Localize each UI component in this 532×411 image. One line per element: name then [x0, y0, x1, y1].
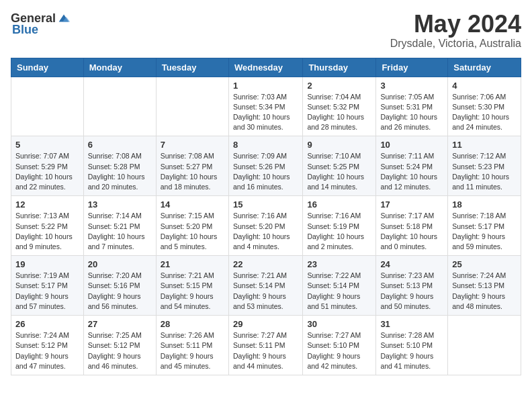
calendar-cell: 24Sunrise: 7:23 AM Sunset: 5:13 PM Dayli… — [376, 256, 448, 316]
calendar-cell: 20Sunrise: 7:20 AM Sunset: 5:16 PM Dayli… — [83, 256, 156, 316]
title-block: May 2024 Drysdale, Victoria, Australia — [390, 11, 521, 50]
calendar-cell: 16Sunrise: 7:16 AM Sunset: 5:19 PM Dayli… — [303, 196, 376, 256]
day-header-tuesday: Tuesday — [156, 58, 228, 77]
day-header-saturday: Saturday — [448, 58, 521, 77]
day-number: 2 — [307, 81, 371, 91]
day-number: 16 — [307, 199, 371, 210]
cell-info: Sunrise: 7:16 AM Sunset: 5:19 PM Dayligh… — [307, 211, 371, 252]
calendar-cell: 29Sunrise: 7:27 AM Sunset: 5:11 PM Dayli… — [228, 316, 302, 375]
calendar-cell: 7Sunrise: 7:08 AM Sunset: 5:27 PM Daylig… — [156, 136, 228, 196]
calendar-cell: 4Sunrise: 7:06 AM Sunset: 5:30 PM Daylig… — [448, 77, 521, 136]
day-number: 13 — [88, 199, 152, 210]
calendar-cell — [11, 77, 84, 136]
cell-info: Sunrise: 7:20 AM Sunset: 5:16 PM Dayligh… — [88, 271, 152, 312]
calendar-cell: 9Sunrise: 7:10 AM Sunset: 5:25 PM Daylig… — [303, 136, 376, 196]
cell-info: Sunrise: 7:26 AM Sunset: 5:11 PM Dayligh… — [161, 330, 224, 371]
day-number: 18 — [452, 199, 517, 210]
calendar-cell: 23Sunrise: 7:22 AM Sunset: 5:14 PM Dayli… — [303, 256, 376, 316]
cell-info: Sunrise: 7:08 AM Sunset: 5:28 PM Dayligh… — [88, 151, 152, 192]
day-number: 11 — [452, 140, 517, 150]
day-number: 14 — [161, 199, 224, 210]
day-number: 17 — [380, 199, 443, 210]
calendar-cell: 10Sunrise: 7:11 AM Sunset: 5:24 PM Dayli… — [376, 136, 448, 196]
cell-info: Sunrise: 7:12 AM Sunset: 5:23 PM Dayligh… — [452, 151, 517, 192]
day-header-wednesday: Wednesday — [228, 58, 302, 77]
calendar-cell — [83, 77, 156, 136]
cell-info: Sunrise: 7:21 AM Sunset: 5:14 PM Dayligh… — [233, 271, 298, 312]
calendar-cell: 14Sunrise: 7:15 AM Sunset: 5:20 PM Dayli… — [156, 196, 228, 256]
days-header-row: SundayMondayTuesdayWednesdayThursdayFrid… — [11, 58, 521, 77]
day-number: 31 — [380, 319, 443, 329]
calendar-cell: 13Sunrise: 7:14 AM Sunset: 5:21 PM Dayli… — [83, 196, 156, 256]
day-number: 3 — [380, 81, 443, 91]
cell-info: Sunrise: 7:10 AM Sunset: 5:25 PM Dayligh… — [307, 151, 371, 192]
page-header: General Blue May 2024 Drysdale, Victoria… — [11, 11, 521, 50]
calendar-cell: 21Sunrise: 7:21 AM Sunset: 5:15 PM Dayli… — [156, 256, 228, 316]
logo: General Blue — [11, 11, 71, 37]
month-title: May 2024 — [390, 11, 521, 38]
calendar-cell: 12Sunrise: 7:13 AM Sunset: 5:22 PM Dayli… — [11, 196, 84, 256]
calendar-week-4: 19Sunrise: 7:19 AM Sunset: 5:17 PM Dayli… — [11, 256, 521, 316]
cell-info: Sunrise: 7:09 AM Sunset: 5:26 PM Dayligh… — [233, 151, 298, 192]
day-number: 20 — [88, 259, 152, 269]
day-number: 5 — [15, 140, 79, 150]
calendar-cell: 11Sunrise: 7:12 AM Sunset: 5:23 PM Dayli… — [448, 136, 521, 196]
day-header-friday: Friday — [376, 58, 448, 77]
day-number: 19 — [15, 259, 79, 269]
calendar-table: SundayMondayTuesdayWednesdayThursdayFrid… — [11, 58, 521, 375]
calendar-cell: 27Sunrise: 7:25 AM Sunset: 5:12 PM Dayli… — [83, 316, 156, 375]
day-number: 1 — [233, 81, 298, 91]
cell-info: Sunrise: 7:21 AM Sunset: 5:15 PM Dayligh… — [161, 271, 224, 312]
day-number: 12 — [15, 199, 79, 210]
cell-info: Sunrise: 7:17 AM Sunset: 5:18 PM Dayligh… — [380, 211, 443, 252]
calendar-cell: 28Sunrise: 7:26 AM Sunset: 5:11 PM Dayli… — [156, 316, 228, 375]
day-number: 22 — [233, 259, 298, 269]
cell-info: Sunrise: 7:27 AM Sunset: 5:10 PM Dayligh… — [307, 330, 371, 371]
day-number: 25 — [452, 259, 517, 269]
calendar-cell: 8Sunrise: 7:09 AM Sunset: 5:26 PM Daylig… — [228, 136, 302, 196]
cell-info: Sunrise: 7:18 AM Sunset: 5:17 PM Dayligh… — [452, 211, 517, 252]
day-number: 27 — [88, 319, 152, 329]
calendar-week-2: 5Sunrise: 7:07 AM Sunset: 5:29 PM Daylig… — [11, 136, 521, 196]
cell-info: Sunrise: 7:04 AM Sunset: 5:32 PM Dayligh… — [307, 92, 371, 133]
day-number: 9 — [307, 140, 371, 150]
cell-info: Sunrise: 7:24 AM Sunset: 5:12 PM Dayligh… — [15, 330, 79, 371]
cell-info: Sunrise: 7:15 AM Sunset: 5:20 PM Dayligh… — [161, 211, 224, 252]
day-number: 7 — [161, 140, 224, 150]
day-number: 23 — [307, 259, 371, 269]
cell-info: Sunrise: 7:03 AM Sunset: 5:34 PM Dayligh… — [233, 92, 298, 133]
day-number: 21 — [161, 259, 224, 269]
cell-info: Sunrise: 7:27 AM Sunset: 5:11 PM Dayligh… — [233, 330, 298, 371]
calendar-cell: 25Sunrise: 7:24 AM Sunset: 5:13 PM Dayli… — [448, 256, 521, 316]
day-header-sunday: Sunday — [11, 58, 84, 77]
cell-info: Sunrise: 7:05 AM Sunset: 5:31 PM Dayligh… — [380, 92, 443, 133]
cell-info: Sunrise: 7:23 AM Sunset: 5:13 PM Dayligh… — [380, 271, 443, 312]
cell-info: Sunrise: 7:16 AM Sunset: 5:20 PM Dayligh… — [233, 211, 298, 252]
day-number: 10 — [380, 140, 443, 150]
day-header-monday: Monday — [83, 58, 156, 77]
calendar-cell: 5Sunrise: 7:07 AM Sunset: 5:29 PM Daylig… — [11, 136, 84, 196]
cell-info: Sunrise: 7:13 AM Sunset: 5:22 PM Dayligh… — [15, 211, 79, 252]
calendar-cell — [156, 77, 228, 136]
calendar-week-1: 1Sunrise: 7:03 AM Sunset: 5:34 PM Daylig… — [11, 77, 521, 136]
calendar-cell: 3Sunrise: 7:05 AM Sunset: 5:31 PM Daylig… — [376, 77, 448, 136]
cell-info: Sunrise: 7:19 AM Sunset: 5:17 PM Dayligh… — [15, 271, 79, 312]
calendar-week-5: 26Sunrise: 7:24 AM Sunset: 5:12 PM Dayli… — [11, 316, 521, 375]
cell-info: Sunrise: 7:24 AM Sunset: 5:13 PM Dayligh… — [452, 271, 517, 312]
day-number: 4 — [452, 81, 517, 91]
day-number: 15 — [233, 199, 298, 210]
cell-info: Sunrise: 7:11 AM Sunset: 5:24 PM Dayligh… — [380, 151, 443, 192]
calendar-cell: 19Sunrise: 7:19 AM Sunset: 5:17 PM Dayli… — [11, 256, 84, 316]
calendar-cell: 22Sunrise: 7:21 AM Sunset: 5:14 PM Dayli… — [228, 256, 302, 316]
calendar-cell: 1Sunrise: 7:03 AM Sunset: 5:34 PM Daylig… — [228, 77, 302, 136]
cell-info: Sunrise: 7:07 AM Sunset: 5:29 PM Dayligh… — [15, 151, 79, 192]
day-number: 29 — [233, 319, 298, 329]
cell-info: Sunrise: 7:08 AM Sunset: 5:27 PM Dayligh… — [161, 151, 224, 192]
cell-info: Sunrise: 7:22 AM Sunset: 5:14 PM Dayligh… — [307, 271, 371, 312]
calendar-cell: 18Sunrise: 7:18 AM Sunset: 5:17 PM Dayli… — [448, 196, 521, 256]
logo-icon — [56, 11, 71, 26]
calendar-cell: 17Sunrise: 7:17 AM Sunset: 5:18 PM Dayli… — [376, 196, 448, 256]
day-number: 30 — [307, 319, 371, 329]
day-number: 28 — [161, 319, 224, 329]
day-number: 6 — [88, 140, 152, 150]
